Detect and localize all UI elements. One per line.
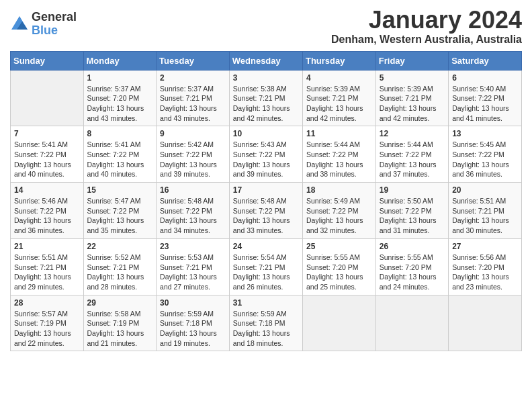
- daylight-text: Daylight: 13 hours and 29 minutes.: [14, 273, 71, 291]
- day-info: Sunrise: 5:57 AM Sunset: 7:19 PM Dayligh…: [14, 309, 80, 349]
- daylight-text: Daylight: 13 hours and 37 minutes.: [380, 161, 437, 179]
- day-cell: 13 Sunrise: 5:45 AM Sunset: 7:22 PM Dayl…: [449, 126, 522, 183]
- day-number: 7: [14, 129, 80, 138]
- day-info: Sunrise: 5:37 AM Sunset: 7:21 PM Dayligh…: [160, 84, 226, 124]
- sunrise-text: Sunrise: 5:56 AM: [452, 253, 506, 261]
- day-cell: 20 Sunrise: 5:51 AM Sunset: 7:21 PM Dayl…: [449, 183, 522, 239]
- day-info: Sunrise: 5:56 AM Sunset: 7:20 PM Dayligh…: [452, 253, 518, 292]
- day-number: 24: [233, 242, 299, 251]
- sunset-text: Sunset: 7:22 PM: [160, 150, 212, 158]
- sunrise-text: Sunrise: 5:41 AM: [14, 140, 68, 148]
- day-info: Sunrise: 5:42 AM Sunset: 7:22 PM Dayligh…: [160, 140, 226, 179]
- day-info: Sunrise: 5:50 AM Sunset: 7:22 PM Dayligh…: [380, 196, 445, 236]
- day-number: 11: [306, 129, 372, 138]
- day-number: 19: [380, 185, 445, 195]
- daylight-text: Daylight: 13 hours and 31 minutes.: [380, 216, 437, 234]
- day-cell: 9 Sunrise: 5:42 AM Sunset: 7:22 PM Dayli…: [157, 126, 230, 183]
- day-cell: [11, 70, 84, 126]
- sunset-text: Sunset: 7:21 PM: [160, 263, 212, 271]
- daylight-text: Daylight: 13 hours and 25 minutes.: [306, 273, 363, 291]
- day-number: 14: [14, 185, 80, 195]
- day-number: 1: [87, 73, 153, 83]
- col-header-friday: Friday: [375, 51, 448, 70]
- day-number: 20: [452, 185, 518, 195]
- sunset-text: Sunset: 7:20 PM: [87, 94, 140, 102]
- day-number: 18: [306, 185, 372, 195]
- day-cell: [449, 295, 522, 351]
- day-cell: 22 Sunrise: 5:52 AM Sunset: 7:21 PM Dayl…: [83, 238, 157, 295]
- day-info: Sunrise: 5:44 AM Sunset: 7:22 PM Dayligh…: [380, 140, 445, 179]
- sunset-text: Sunset: 7:18 PM: [233, 319, 285, 327]
- daylight-text: Daylight: 13 hours and 38 minutes.: [306, 161, 363, 179]
- sunrise-text: Sunrise: 5:52 AM: [87, 253, 141, 261]
- header: General Blue January 2024 Denham, Wester…: [10, 7, 522, 46]
- daylight-text: Daylight: 13 hours and 18 minutes.: [233, 329, 290, 347]
- daylight-text: Daylight: 13 hours and 28 minutes.: [87, 273, 144, 291]
- day-number: 30: [160, 298, 226, 308]
- day-info: Sunrise: 5:51 AM Sunset: 7:21 PM Dayligh…: [14, 253, 80, 292]
- sunrise-text: Sunrise: 5:50 AM: [380, 197, 433, 205]
- day-info: Sunrise: 5:49 AM Sunset: 7:22 PM Dayligh…: [306, 196, 372, 236]
- week-row-3: 14 Sunrise: 5:46 AM Sunset: 7:22 PM Dayl…: [11, 183, 522, 239]
- day-cell: 10 Sunrise: 5:43 AM Sunset: 7:22 PM Dayl…: [229, 126, 302, 183]
- day-info: Sunrise: 5:45 AM Sunset: 7:22 PM Dayligh…: [452, 140, 518, 179]
- day-cell: 18 Sunrise: 5:49 AM Sunset: 7:22 PM Dayl…: [302, 183, 375, 239]
- sunset-text: Sunset: 7:21 PM: [160, 94, 212, 102]
- sunrise-text: Sunrise: 5:54 AM: [233, 253, 287, 261]
- sunset-text: Sunset: 7:22 PM: [452, 94, 504, 102]
- day-info: Sunrise: 5:41 AM Sunset: 7:22 PM Dayligh…: [87, 140, 153, 179]
- day-cell: 25 Sunrise: 5:55 AM Sunset: 7:20 PM Dayl…: [302, 238, 375, 295]
- daylight-text: Daylight: 13 hours and 39 minutes.: [160, 161, 217, 179]
- sunrise-text: Sunrise: 5:48 AM: [233, 197, 287, 205]
- week-row-1: 1 Sunrise: 5:37 AM Sunset: 7:20 PM Dayli…: [11, 70, 522, 126]
- day-number: 13: [452, 129, 518, 138]
- day-cell: 6 Sunrise: 5:40 AM Sunset: 7:22 PM Dayli…: [449, 70, 522, 126]
- daylight-text: Daylight: 13 hours and 34 minutes.: [160, 216, 217, 234]
- day-cell: 5 Sunrise: 5:39 AM Sunset: 7:21 PM Dayli…: [375, 70, 448, 126]
- day-info: Sunrise: 5:38 AM Sunset: 7:21 PM Dayligh…: [233, 84, 299, 124]
- day-cell: 24 Sunrise: 5:54 AM Sunset: 7:21 PM Dayl…: [229, 238, 302, 295]
- day-number: 6: [452, 73, 518, 83]
- day-number: 23: [160, 242, 226, 251]
- sunset-text: Sunset: 7:20 PM: [452, 263, 504, 271]
- day-number: 8: [87, 129, 153, 138]
- day-info: Sunrise: 5:52 AM Sunset: 7:21 PM Dayligh…: [87, 253, 153, 292]
- sunrise-text: Sunrise: 5:53 AM: [160, 253, 214, 261]
- sunset-text: Sunset: 7:18 PM: [160, 319, 212, 327]
- daylight-text: Daylight: 13 hours and 27 minutes.: [160, 273, 217, 291]
- day-info: Sunrise: 5:46 AM Sunset: 7:22 PM Dayligh…: [14, 196, 80, 236]
- day-number: 31: [233, 298, 299, 308]
- day-cell: 23 Sunrise: 5:53 AM Sunset: 7:21 PM Dayl…: [157, 238, 230, 295]
- logo-icon: [10, 15, 29, 34]
- sunrise-text: Sunrise: 5:39 AM: [380, 85, 433, 93]
- sunrise-text: Sunrise: 5:59 AM: [160, 310, 214, 318]
- week-row-5: 28 Sunrise: 5:57 AM Sunset: 7:19 PM Dayl…: [11, 295, 522, 351]
- day-info: Sunrise: 5:58 AM Sunset: 7:19 PM Dayligh…: [87, 309, 153, 349]
- day-info: Sunrise: 5:48 AM Sunset: 7:22 PM Dayligh…: [160, 196, 226, 236]
- sunrise-text: Sunrise: 5:47 AM: [87, 197, 141, 205]
- daylight-text: Daylight: 13 hours and 22 minutes.: [14, 329, 71, 347]
- daylight-text: Daylight: 13 hours and 24 minutes.: [380, 273, 437, 291]
- daylight-text: Daylight: 13 hours and 43 minutes.: [160, 104, 217, 122]
- sunset-text: Sunset: 7:20 PM: [380, 263, 432, 271]
- daylight-text: Daylight: 13 hours and 39 minutes.: [233, 161, 290, 179]
- daylight-text: Daylight: 13 hours and 35 minutes.: [87, 216, 144, 234]
- sunrise-text: Sunrise: 5:51 AM: [14, 253, 68, 261]
- day-info: Sunrise: 5:59 AM Sunset: 7:18 PM Dayligh…: [160, 309, 226, 349]
- month-year: January 2024: [331, 7, 522, 34]
- day-cell: 4 Sunrise: 5:39 AM Sunset: 7:21 PM Dayli…: [302, 70, 375, 126]
- daylight-text: Daylight: 13 hours and 36 minutes.: [452, 161, 509, 179]
- day-cell: 17 Sunrise: 5:48 AM Sunset: 7:22 PM Dayl…: [229, 183, 302, 239]
- sunrise-text: Sunrise: 5:45 AM: [452, 140, 506, 148]
- sunset-text: Sunset: 7:22 PM: [306, 150, 359, 158]
- title-section: January 2024 Denham, Western Australia, …: [331, 7, 522, 46]
- day-cell: 11 Sunrise: 5:44 AM Sunset: 7:22 PM Dayl…: [302, 126, 375, 183]
- day-info: Sunrise: 5:47 AM Sunset: 7:22 PM Dayligh…: [87, 196, 153, 236]
- sunset-text: Sunset: 7:22 PM: [160, 207, 212, 215]
- logo-blue-text: Blue: [32, 24, 77, 38]
- day-number: 17: [233, 185, 299, 195]
- col-header-saturday: Saturday: [449, 51, 522, 70]
- sunrise-text: Sunrise: 5:44 AM: [380, 140, 433, 148]
- sunrise-text: Sunrise: 5:44 AM: [306, 140, 360, 148]
- sunset-text: Sunset: 7:19 PM: [14, 319, 66, 327]
